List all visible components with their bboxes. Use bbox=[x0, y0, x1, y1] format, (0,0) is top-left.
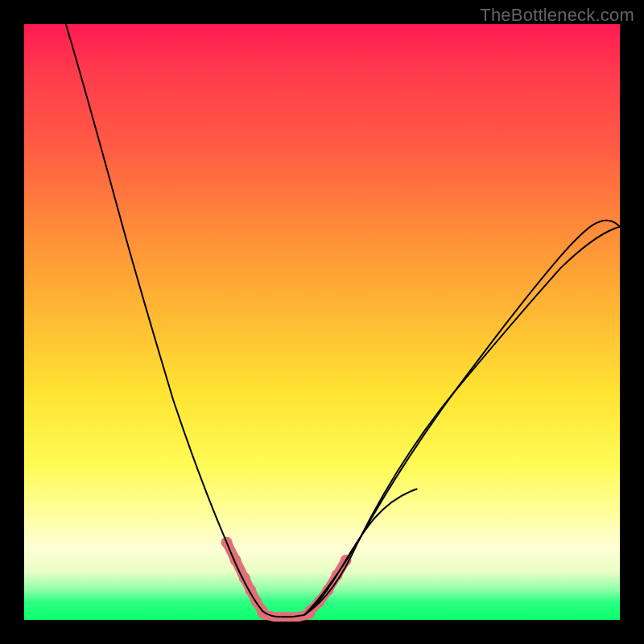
curve-svg bbox=[24, 24, 620, 620]
curve-left-branch bbox=[66, 24, 280, 617]
gradient-plot-area bbox=[24, 24, 620, 620]
outer-black-frame: TheBottleneck.com bbox=[0, 0, 644, 644]
watermark-text: TheBottleneck.com bbox=[480, 5, 634, 26]
curve-right-branch-clean bbox=[304, 227, 620, 615]
